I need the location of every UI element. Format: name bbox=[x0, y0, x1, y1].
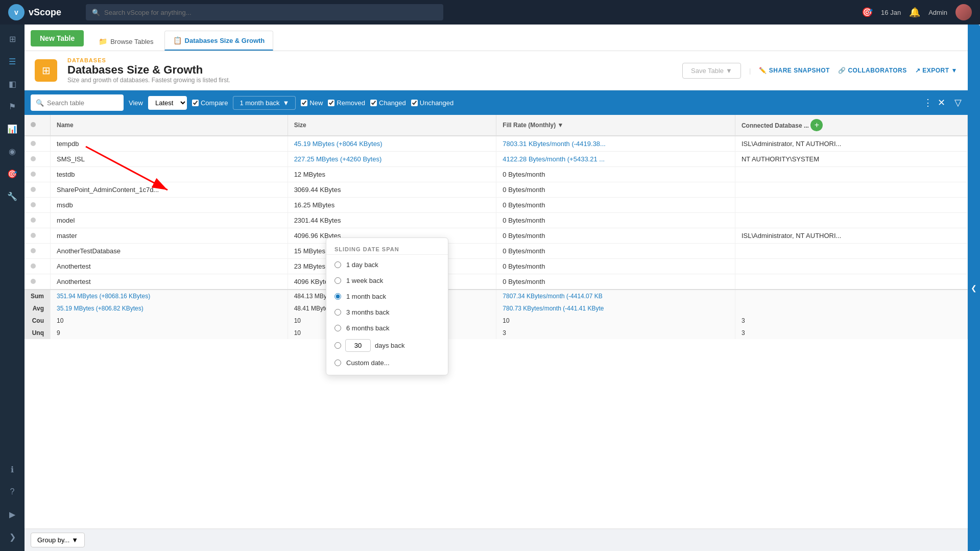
global-search[interactable]: 🔍 bbox=[86, 4, 443, 20]
sum-fill: 7807.34 KBytes/month (-4414.07 KB bbox=[496, 290, 735, 302]
radio-days[interactable] bbox=[334, 342, 341, 349]
changed-checkbox-label[interactable]: Changed bbox=[370, 99, 406, 107]
filter-icon[interactable]: ▽ bbox=[954, 97, 962, 108]
user-name: Admin bbox=[928, 9, 947, 16]
search-icon: 🔍 bbox=[92, 9, 100, 16]
col-size[interactable]: Size bbox=[288, 115, 496, 136]
sidebar-item-grid[interactable]: ⊞ bbox=[2, 29, 22, 49]
radio-3months[interactable] bbox=[334, 309, 341, 316]
share-snapshot-link[interactable]: ✏️ SHARE SNAPSHOT bbox=[759, 67, 830, 74]
target-icon: 🎯 bbox=[862, 7, 873, 18]
new-checkbox[interactable] bbox=[301, 100, 307, 106]
radio-1day[interactable] bbox=[334, 261, 341, 268]
table-search-box[interactable]: 🔍 bbox=[31, 94, 124, 111]
table-row: msdb 16.25 MBytes 0 Bytes/month bbox=[25, 198, 968, 213]
row-connected: NT AUTHORITY\SYSTEM bbox=[735, 152, 967, 167]
table-row: SharePoint_AdminContent_1c7d... 3069.44 … bbox=[25, 182, 968, 198]
row-fill-rate: 0 Bytes/month bbox=[496, 259, 735, 274]
close-icon[interactable]: ✕ bbox=[938, 97, 945, 108]
new-table-button[interactable]: New Table bbox=[31, 30, 84, 46]
new-checkbox-label[interactable]: New bbox=[301, 99, 323, 107]
row-dot bbox=[25, 152, 51, 167]
sidebar-item-chart[interactable]: 📊 bbox=[2, 118, 22, 139]
compare-dropdown[interactable]: 1 month back ▼ bbox=[233, 96, 296, 110]
sidebar-item-flag[interactable]: ⚑ bbox=[2, 96, 22, 116]
removed-checkbox-label[interactable]: Removed bbox=[328, 99, 365, 107]
radio-1month[interactable] bbox=[334, 293, 341, 300]
export-link[interactable]: ↗ EXPORT ▼ bbox=[915, 67, 958, 74]
row-name: msdb bbox=[51, 198, 288, 213]
group-by-button[interactable]: Group by... ▼ bbox=[31, 533, 85, 547]
sidebar-item-circle[interactable]: ◉ bbox=[2, 141, 22, 161]
page-header: ⊞ DATABASES Databases Size & Growth Size… bbox=[25, 51, 968, 90]
count-label: Cou bbox=[25, 315, 51, 327]
global-search-input[interactable] bbox=[104, 9, 437, 16]
collaborators-link[interactable]: 🔗 COLLABORATORS bbox=[838, 67, 907, 74]
radio-6months[interactable] bbox=[334, 325, 341, 331]
add-column-button[interactable]: + bbox=[810, 119, 823, 131]
sidebar-item-play[interactable]: ▶ bbox=[2, 504, 22, 524]
footer-unq-row: Unq 9 10 3 3 bbox=[25, 327, 968, 339]
sidebar-item-info[interactable]: ℹ bbox=[2, 459, 22, 480]
count-name: 10 bbox=[51, 315, 288, 327]
right-panel-toggle[interactable]: ❮ bbox=[968, 25, 980, 551]
unchanged-checkbox[interactable] bbox=[411, 100, 418, 106]
removed-checkbox[interactable] bbox=[328, 100, 334, 106]
notification-icon[interactable]: 🔔 bbox=[909, 7, 920, 18]
changed-checkbox[interactable] bbox=[370, 100, 377, 106]
unchanged-checkbox-label[interactable]: Unchanged bbox=[411, 99, 454, 107]
option-6months[interactable]: 6 months back bbox=[326, 320, 448, 336]
option-1day[interactable]: 1 day back bbox=[326, 257, 448, 273]
compare-checkbox-label[interactable]: Compare bbox=[192, 99, 228, 107]
table-search-input[interactable] bbox=[47, 99, 118, 107]
page-category: DATABASES bbox=[67, 57, 672, 63]
avatar[interactable] bbox=[955, 4, 972, 20]
col-connected[interactable]: Connected Database ... + bbox=[735, 115, 967, 136]
avg-label: Avg bbox=[25, 302, 51, 315]
row-connected bbox=[735, 213, 967, 228]
row-fill-rate: 0 Bytes/month bbox=[496, 274, 735, 290]
row-dot bbox=[25, 259, 51, 274]
sidebar-item-panel[interactable]: ◧ bbox=[2, 74, 22, 94]
col-fill-rate[interactable]: Fill Rate (Monthly) ▼ bbox=[496, 115, 735, 136]
option-custom-date[interactable]: Custom date... bbox=[326, 355, 448, 371]
table-row: Anothertest 4096 KBytes 0 Bytes/month bbox=[25, 274, 968, 290]
table-icon: 📋 bbox=[173, 36, 182, 44]
save-table-button[interactable]: Save Table ▼ bbox=[682, 63, 741, 79]
row-fill-rate: 0 Bytes/month bbox=[496, 182, 735, 198]
collab-icon: 🔗 bbox=[838, 67, 846, 74]
sidebar-item-help[interactable]: ? bbox=[2, 482, 22, 502]
sidebar-item-wrench[interactable]: 🔧 bbox=[2, 186, 22, 206]
row-fill-rate: 0 Bytes/month bbox=[496, 213, 735, 228]
view-label: View bbox=[129, 99, 143, 107]
option-3months[interactable]: 3 months back bbox=[326, 304, 448, 320]
sidebar-item-table[interactable]: ☰ bbox=[2, 51, 22, 71]
option-1month[interactable]: 1 month back bbox=[326, 289, 448, 304]
table-header-row: Name Size Fill Rate (Monthly) ▼ Connecte… bbox=[25, 115, 968, 136]
sidebar-item-target[interactable]: 🎯 bbox=[2, 163, 22, 184]
more-options-icon[interactable]: ⋮ bbox=[923, 97, 933, 108]
share-icon: ✏️ bbox=[759, 67, 767, 74]
compare-checkbox[interactable] bbox=[192, 100, 199, 106]
row-fill-rate: 4122.28 Bytes/month (+5433.21 ... bbox=[496, 152, 735, 167]
radio-1week[interactable] bbox=[334, 277, 341, 284]
days-back-row: days back bbox=[326, 336, 448, 355]
sliding-date-dropdown[interactable]: SLIDING DATE SPAN 1 day back 1 week back… bbox=[326, 237, 448, 375]
tab-browse-tables[interactable]: 📁 Browse Tables bbox=[90, 32, 162, 51]
dropdown-icon: ▼ bbox=[726, 67, 732, 75]
view-select[interactable]: Latest bbox=[148, 96, 187, 110]
days-input[interactable] bbox=[345, 339, 371, 352]
tab-databases-size[interactable]: 📋 Databases Size & Growth bbox=[164, 31, 274, 51]
radio-custom[interactable] bbox=[334, 360, 341, 366]
row-name: master bbox=[51, 228, 288, 244]
col-name[interactable]: Name bbox=[51, 115, 288, 136]
main-content: New Table 📁 Browse Tables 📋 Databases Si… bbox=[25, 25, 968, 551]
row-name: Anothertest bbox=[51, 259, 288, 274]
row-dot bbox=[25, 213, 51, 228]
row-connected: ISL\Administrator, NT AUTHORI... bbox=[735, 228, 967, 244]
row-fill-rate: 0 Bytes/month bbox=[496, 198, 735, 213]
table-row: AnotherTestDatabase 15 MBytes 0 Bytes/mo… bbox=[25, 244, 968, 259]
row-dot bbox=[25, 167, 51, 182]
option-1week[interactable]: 1 week back bbox=[326, 273, 448, 289]
sidebar-item-expand[interactable]: ❯ bbox=[2, 526, 22, 547]
